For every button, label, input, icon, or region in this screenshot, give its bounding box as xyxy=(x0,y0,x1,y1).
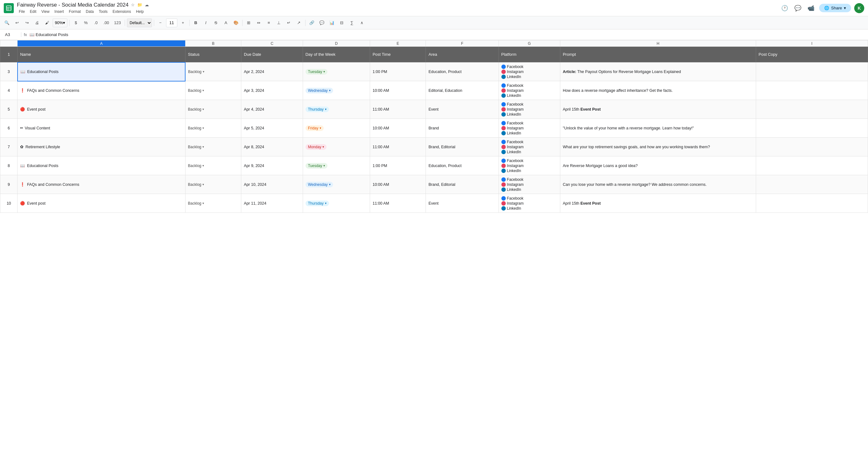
day-of-week-cell[interactable]: Wednesday ▾ xyxy=(303,81,370,100)
font-size-increase-button[interactable]: + xyxy=(179,19,187,27)
status-dropdown-icon[interactable]: ▾ xyxy=(203,145,204,149)
history-icon[interactable]: 🕐 xyxy=(780,3,790,13)
comment-add-button[interactable]: 💬 xyxy=(317,19,326,27)
day-dropdown-icon[interactable]: ▾ xyxy=(322,145,324,149)
number-format-button[interactable]: 123 xyxy=(112,19,123,27)
status-cell[interactable]: Backlog▾ xyxy=(185,156,241,175)
align-button[interactable]: ≡ xyxy=(265,19,273,27)
rotate-button[interactable]: ↗ xyxy=(294,19,303,27)
font-family-select[interactable]: Default... xyxy=(127,19,152,27)
day-of-week-cell[interactable]: Wednesday ▾ xyxy=(303,175,370,194)
name-cell[interactable]: 📖Educational Posts xyxy=(18,62,186,81)
cell-reference[interactable]: A3 xyxy=(2,32,21,37)
status-dropdown-icon[interactable]: ▾ xyxy=(203,108,204,111)
percent-button[interactable]: % xyxy=(82,19,90,27)
day-of-week-cell[interactable]: Monday ▾ xyxy=(303,138,370,156)
zoom-selector[interactable]: 90% ▾ xyxy=(53,19,67,27)
merge-button[interactable]: ⇔ xyxy=(254,19,263,27)
font-size-decrease-button[interactable]: − xyxy=(156,19,165,27)
valign-button[interactable]: ⊥ xyxy=(275,19,283,27)
day-dropdown-icon[interactable]: ▾ xyxy=(323,164,325,167)
search-button[interactable]: 🔍 xyxy=(2,19,11,27)
menu-insert[interactable]: Insert xyxy=(53,9,66,14)
fill-color-button[interactable]: 🎨 xyxy=(231,19,240,27)
status-cell[interactable]: Backlog▾ xyxy=(185,119,241,138)
status-dropdown-icon[interactable]: ▾ xyxy=(203,89,204,92)
collapse-toolbar-button[interactable]: ∧ xyxy=(358,19,366,27)
status-dropdown-icon[interactable]: ▾ xyxy=(203,183,204,186)
name-cell[interactable]: 📖Educational Posts xyxy=(18,156,186,175)
decimal-decrease-button[interactable]: .0 xyxy=(92,19,100,27)
comment-icon[interactable]: 💬 xyxy=(793,3,803,13)
day-dropdown-icon[interactable]: ▾ xyxy=(325,202,327,205)
chart-button[interactable]: 📊 xyxy=(328,19,336,27)
italic-button[interactable]: I xyxy=(202,19,210,27)
col-header-e[interactable]: E xyxy=(370,40,426,47)
share-button[interactable]: 🌐 Share ▾ xyxy=(819,4,851,12)
col-header-a[interactable]: A xyxy=(18,40,186,47)
wrap-button[interactable]: ↵ xyxy=(284,19,293,27)
currency-button[interactable]: $ xyxy=(71,19,80,27)
col-header-h[interactable]: H xyxy=(560,40,756,47)
day-of-week-cell[interactable]: Tuesday ▾ xyxy=(303,62,370,81)
filter-button[interactable]: ⊟ xyxy=(338,19,346,27)
menu-tools[interactable]: Tools xyxy=(97,9,110,14)
spreadsheet-container[interactable]: A B C D E F G H I 1 Name Status Due Date… xyxy=(0,40,868,450)
status-dropdown-icon[interactable]: ▾ xyxy=(203,70,204,73)
paint-format-button[interactable]: 🖌 xyxy=(42,19,52,27)
bold-button[interactable]: B xyxy=(191,19,200,27)
menu-data[interactable]: Data xyxy=(84,9,96,14)
status-cell[interactable]: Backlog▾ xyxy=(185,81,241,100)
name-cell[interactable]: 🔴Event post xyxy=(18,100,186,119)
borders-button[interactable]: ⊞ xyxy=(244,19,253,27)
menu-format[interactable]: Format xyxy=(67,9,83,14)
menu-view[interactable]: View xyxy=(39,9,52,14)
name-cell[interactable]: ✿Retirement Lifestyle xyxy=(18,138,186,156)
folder-icon[interactable]: 📁 xyxy=(137,2,142,7)
day-dropdown-icon[interactable]: ▾ xyxy=(325,108,327,111)
formula-content[interactable]: 📖 Educational Posts xyxy=(29,32,866,37)
user-avatar[interactable]: K xyxy=(854,3,864,13)
menu-help[interactable]: Help xyxy=(134,9,146,14)
star-icon[interactable]: ☆ xyxy=(131,2,135,7)
day-dropdown-icon[interactable]: ▾ xyxy=(323,70,325,73)
status-cell[interactable]: Backlog▾ xyxy=(185,138,241,156)
day-of-week-cell[interactable]: Thursday ▾ xyxy=(303,100,370,119)
function-button[interactable]: ∑ xyxy=(347,19,356,27)
print-button[interactable]: 🖨 xyxy=(33,19,41,27)
col-header-d[interactable]: D xyxy=(303,40,370,47)
decimal-increase-button[interactable]: .00 xyxy=(101,19,111,27)
redo-button[interactable]: ↪ xyxy=(23,19,31,27)
status-cell[interactable]: Backlog▾ xyxy=(185,175,241,194)
day-of-week-cell[interactable]: Tuesday ▾ xyxy=(303,156,370,175)
col-header-f[interactable]: F xyxy=(426,40,499,47)
video-call-icon[interactable]: 📹 xyxy=(806,3,816,13)
text-color-button[interactable]: A xyxy=(221,19,230,27)
menu-edit[interactable]: Edit xyxy=(28,9,38,14)
link-button[interactable]: 🔗 xyxy=(307,19,316,27)
col-header-b[interactable]: B xyxy=(185,40,241,47)
day-of-week-cell[interactable]: Thursday ▾ xyxy=(303,194,370,213)
undo-button[interactable]: ↩ xyxy=(12,19,21,27)
day-dropdown-icon[interactable]: ▾ xyxy=(329,183,331,186)
status-cell[interactable]: Backlog▾ xyxy=(185,62,241,81)
cloud-icon[interactable]: ☁ xyxy=(145,2,149,7)
status-dropdown-icon[interactable]: ▾ xyxy=(203,202,204,205)
name-cell[interactable]: ••Visual Content xyxy=(18,119,186,138)
menu-file[interactable]: File xyxy=(17,9,27,14)
day-dropdown-icon[interactable]: ▾ xyxy=(329,89,331,92)
name-cell[interactable]: ❗FAQs and Common Concerns xyxy=(18,81,186,100)
name-cell[interactable]: ❗FAQs and Common Concerns xyxy=(18,175,186,194)
col-header-i[interactable]: I xyxy=(756,40,868,47)
status-dropdown-icon[interactable]: ▾ xyxy=(203,126,204,130)
name-cell[interactable]: 🔴Event post xyxy=(18,194,186,213)
menu-extensions[interactable]: Extensions xyxy=(111,9,133,14)
day-of-week-cell[interactable]: Friday ▾ xyxy=(303,119,370,138)
strikethrough-button[interactable]: S xyxy=(212,19,220,27)
status-dropdown-icon[interactable]: ▾ xyxy=(203,164,204,167)
status-cell[interactable]: Backlog▾ xyxy=(185,194,241,213)
status-cell[interactable]: Backlog▾ xyxy=(185,100,241,119)
day-dropdown-icon[interactable]: ▾ xyxy=(320,126,321,130)
font-size-input[interactable] xyxy=(166,19,177,27)
col-header-c[interactable]: C xyxy=(241,40,303,47)
